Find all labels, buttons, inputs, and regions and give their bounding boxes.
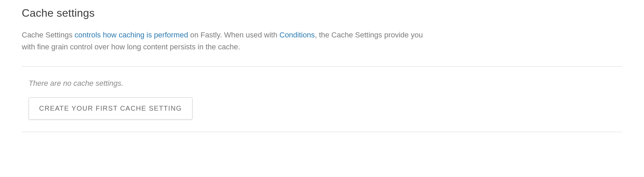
section-divider-bottom <box>22 132 622 132</box>
conditions-link[interactable]: Conditions <box>279 31 315 39</box>
description-text-1: Cache Settings <box>22 31 74 39</box>
caching-docs-link[interactable]: controls how caching is performed <box>74 31 188 39</box>
cache-settings-description: Cache Settings controls how caching is p… <box>22 29 423 53</box>
create-cache-setting-button[interactable]: CREATE YOUR FIRST CACHE SETTING <box>29 97 192 119</box>
empty-state: There are no cache settings. CREATE YOUR… <box>22 67 622 132</box>
description-text-2: on Fastly. When used with <box>188 31 279 39</box>
page-title: Cache settings <box>22 7 622 19</box>
empty-state-message: There are no cache settings. <box>29 79 622 88</box>
